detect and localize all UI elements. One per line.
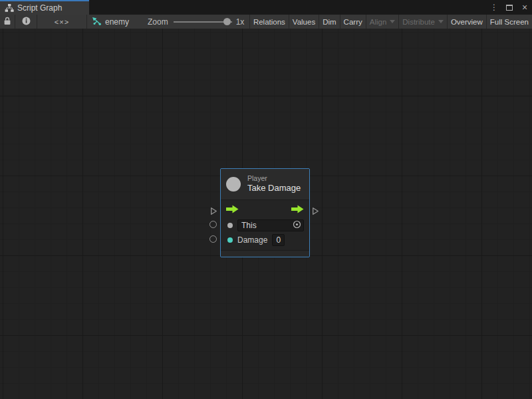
this-port-row: This (226, 219, 304, 231)
inspect-button[interactable] (15, 15, 37, 29)
values-button-label: Values (293, 18, 315, 26)
values-button[interactable]: Values (289, 15, 319, 29)
lock-icon (3, 17, 11, 27)
graph-toolbar: <×> enemy Zoom 1x (0, 15, 532, 29)
damage-port-row: Damage 0 (226, 234, 304, 246)
this-object-field[interactable]: This (237, 219, 304, 231)
zoom-value: 1x (236, 17, 245, 27)
window-menu-button[interactable]: ⋮ (489, 2, 499, 13)
window-close-button[interactable]: × (520, 2, 529, 13)
zoom-control: Zoom 1x (148, 15, 244, 29)
player-avatar-icon (226, 177, 241, 192)
this-field-label: This (241, 221, 257, 230)
overview-button-label: Overview (451, 18, 483, 26)
code-preview-button[interactable]: <×> (37, 15, 86, 29)
full-screen-button[interactable]: Full Screen (486, 15, 532, 29)
graph-canvas[interactable]: Player Take Damage (0, 29, 532, 399)
chevron-down-icon (390, 20, 395, 23)
breadcrumb[interactable]: enemy (92, 15, 129, 29)
breadcrumb-graph-name: enemy (105, 17, 129, 27)
lock-button[interactable] (0, 15, 15, 29)
relations-button-label: Relations (253, 18, 285, 26)
maximize-icon (506, 5, 513, 11)
dim-button-label: Dim (323, 18, 336, 26)
flow-in-arrow-icon[interactable] (226, 204, 239, 216)
control-input-port[interactable] (210, 206, 217, 218)
align-dropdown-button[interactable]: Align (366, 15, 399, 29)
align-button-label: Align (370, 18, 387, 26)
node-title: Take Damage (247, 183, 301, 194)
damage-port-label: Damage (237, 235, 267, 245)
window-controls: ⋮ × (489, 0, 529, 15)
object-picker-icon[interactable] (293, 220, 301, 231)
dim-button[interactable]: Dim (319, 15, 339, 29)
node-target-label: Player (247, 174, 301, 183)
distribute-dropdown-button[interactable]: Distribute (398, 15, 447, 29)
toolbar-divider (86, 15, 87, 29)
carry-button-label: Carry (344, 18, 362, 26)
damage-value-port[interactable] (209, 235, 217, 243)
titlebar: Script Graph ⋮ × (0, 0, 532, 15)
damage-value-input[interactable]: 0 (272, 234, 285, 246)
toolbar-buttons: Relations Values Dim Carry Align Distrib… (249, 15, 532, 29)
damage-port-dot-icon[interactable] (227, 237, 233, 243)
node-body: This Damage 0 (221, 200, 309, 250)
zoom-slider-handle[interactable] (223, 18, 231, 25)
take-damage-node[interactable]: Player Take Damage (220, 168, 310, 257)
distribute-button-label: Distribute (402, 18, 435, 26)
zoom-slider[interactable] (174, 15, 232, 29)
this-value-port[interactable] (209, 221, 217, 228)
this-port-dot-icon[interactable] (227, 223, 233, 228)
tab-label: Script Graph (17, 3, 62, 13)
flow-out-arrow-icon[interactable] (291, 204, 304, 216)
overview-button[interactable]: Overview (447, 15, 486, 29)
full-screen-button-label: Full Screen (490, 18, 529, 26)
zoom-label: Zoom (148, 17, 168, 27)
graph-hierarchy-icon (5, 4, 14, 12)
script-graph-window: Script Graph ⋮ × (0, 0, 532, 399)
chevron-down-icon (438, 20, 444, 23)
tab-script-graph[interactable]: Script Graph (0, 0, 89, 15)
code-preview-icon: <×> (55, 18, 69, 26)
control-output-port[interactable] (312, 206, 319, 218)
node-header[interactable]: Player Take Damage (221, 169, 309, 200)
node-footer (221, 250, 309, 257)
relations-button[interactable]: Relations (249, 15, 289, 29)
flow-port-row (226, 205, 304, 215)
graph-network-icon (92, 17, 101, 27)
carry-button[interactable]: Carry (340, 15, 366, 29)
info-icon (22, 17, 31, 27)
window-maximize-button[interactable] (505, 2, 514, 13)
